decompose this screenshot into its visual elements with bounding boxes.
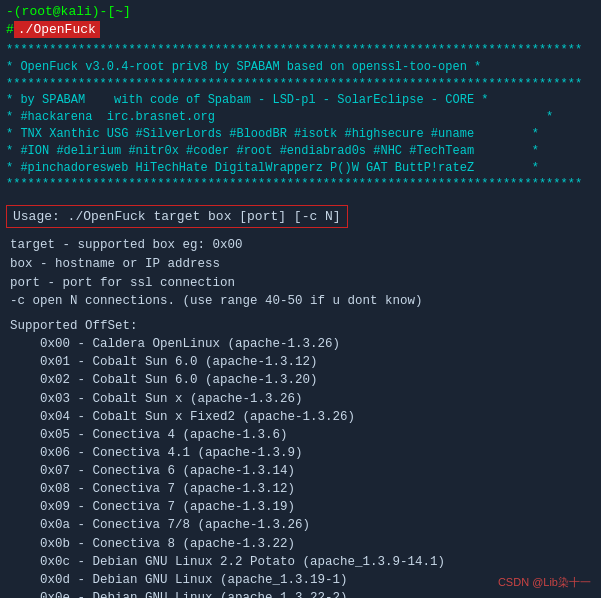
- offset-12: 0x0c - Debian GNU Linux 2.2 Potato (apac…: [10, 553, 595, 571]
- offset-2: 0x02 - Cobalt Sun 6.0 (apache-1.3.20): [10, 371, 595, 389]
- title-bar: -(root@kali)-[~]: [6, 4, 595, 19]
- offset-header: Supported OffSet:: [10, 319, 595, 333]
- offset-4: 0x04 - Cobalt Sun x Fixed2 (apache-1.3.2…: [10, 408, 595, 426]
- offset-7: 0x07 - Conectiva 6 (apache-1.3.14): [10, 462, 595, 480]
- offset-section: Supported OffSet: 0x00 - Caldera OpenLin…: [6, 319, 595, 598]
- offset-0: 0x00 - Caldera OpenLinux (apache-1.3.26): [10, 335, 595, 353]
- info-line-2: * #hackarena irc.brasnet.org *: [6, 109, 595, 126]
- stars-line-2: ****************************************…: [6, 76, 595, 93]
- param-line-1: box - hostname or IP address: [10, 255, 595, 274]
- stars-line-1: ****************************************…: [6, 42, 595, 59]
- watermark-text: CSDN @Lib染十一: [498, 576, 591, 588]
- param-line-2: port - port for ssl connection: [10, 274, 595, 293]
- info-line-5: * #pinchadoresweb HiTechHate DigitalWrap…: [6, 160, 595, 177]
- offset-1: 0x01 - Cobalt Sun 6.0 (apache-1.3.12): [10, 353, 595, 371]
- info-line-4: * #ION #delirium #nitr0x #coder #root #e…: [6, 143, 595, 160]
- offset-10: 0x0a - Conectiva 7/8 (apache-1.3.26): [10, 516, 595, 534]
- offset-8: 0x08 - Conectiva 7 (apache-1.3.12): [10, 480, 595, 498]
- title-text: -(root@kali)-[~]: [6, 4, 131, 19]
- watermark: CSDN @Lib染十一: [498, 575, 591, 590]
- info-line-3: * TNX Xanthic USG #SilverLords #BloodBR …: [6, 126, 595, 143]
- offset-9: 0x09 - Conectiva 7 (apache-1.3.19): [10, 498, 595, 516]
- offset-5: 0x05 - Conectiva 4 (apache-1.3.6): [10, 426, 595, 444]
- usage-box: Usage: ./OpenFuck target box [port] [-c …: [6, 205, 348, 228]
- offset-11: 0x0b - Conectiva 8 (apache-1.3.22): [10, 535, 595, 553]
- prompt: #: [6, 22, 14, 37]
- param-line-0: target - supported box eg: 0x00: [10, 236, 595, 255]
- usage-text: Usage: ./OpenFuck target box [port] [-c …: [13, 209, 341, 224]
- usage-container: Usage: ./OpenFuck target box [port] [-c …: [6, 199, 595, 232]
- stars-line-3: ****************************************…: [6, 176, 595, 193]
- info-line-openfuck: * OpenFuck v3.0.4-root priv8 by SPABAM b…: [6, 59, 595, 76]
- offset-14: 0x0e - Debian GNU Linux (apache_1.3.22-2…: [10, 589, 595, 598]
- param-section: target - supported box eg: 0x00 box - ho…: [6, 236, 595, 311]
- offset-6: 0x06 - Conectiva 4.1 (apache-1.3.9): [10, 444, 595, 462]
- command-text: ./OpenFuck: [14, 21, 100, 38]
- info-line-1: * by SPABAM with code of Spabam - LSD-pl…: [6, 92, 595, 109]
- param-line-3: -c open N connections. (use range 40-50 …: [10, 292, 595, 311]
- command-line: # ./OpenFuck: [6, 21, 595, 38]
- terminal: -(root@kali)-[~] # ./OpenFuck **********…: [0, 0, 601, 598]
- offset-3: 0x03 - Cobalt Sun x (apache-1.3.26): [10, 390, 595, 408]
